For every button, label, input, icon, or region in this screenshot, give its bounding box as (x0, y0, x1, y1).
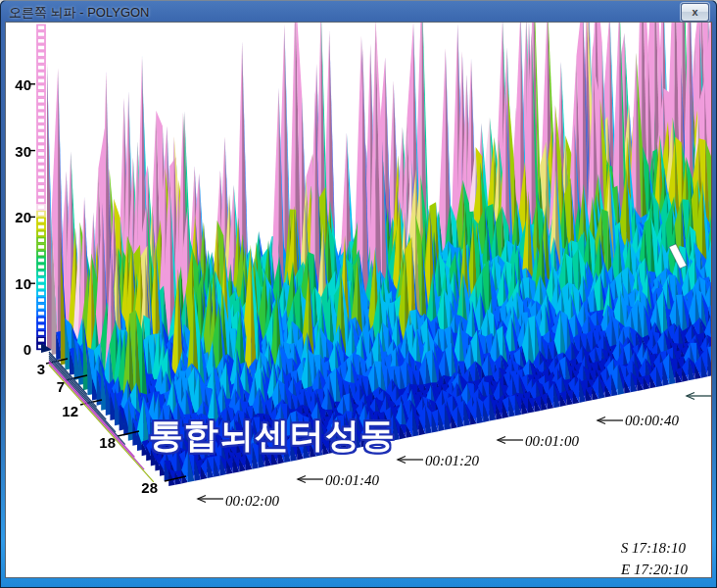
time-label-0200: 00:02:00 (225, 493, 279, 510)
window-title: 오른쪽 뇌파 - POLYGON (9, 4, 150, 22)
title-bar[interactable]: 오른쪽 뇌파 - POLYGON x (0, 0, 717, 22)
value-tick-20: 20 (6, 209, 31, 225)
time-label-0100: 00:01:00 (525, 433, 579, 450)
value-tick-0: 0 (6, 341, 31, 358)
session-start-label: S 17:18:10 (621, 540, 686, 557)
freq-tick-18: 18 (94, 434, 116, 451)
value-tick-40: 40 (6, 76, 31, 93)
value-tick-30: 30 (6, 143, 31, 160)
freq-tick-3: 3 (24, 361, 45, 377)
time-label-0120: 00:01:20 (425, 453, 479, 469)
surface-plot-canvas[interactable] (6, 23, 711, 577)
freq-tick-28: 28 (136, 479, 158, 496)
value-tick-10: 10 (6, 275, 31, 292)
app-window: 오른쪽 뇌파 - POLYGON x 40 30 20 10 0 3 7 12 … (0, 0, 717, 588)
time-label-0140: 00:01:40 (325, 472, 379, 489)
close-button[interactable]: x (681, 3, 709, 22)
session-end-label: E 17:20:10 (621, 562, 688, 577)
freq-tick-12: 12 (57, 403, 78, 419)
watermark-text: 통합뇌센터성동 (149, 413, 396, 459)
client-area: 40 30 20 10 0 3 7 12 18 28 00:00:40 00:0… (5, 22, 712, 578)
close-icon: x (692, 6, 697, 18)
freq-tick-7: 7 (43, 378, 65, 395)
time-label-0040: 00:00:40 (625, 413, 679, 429)
